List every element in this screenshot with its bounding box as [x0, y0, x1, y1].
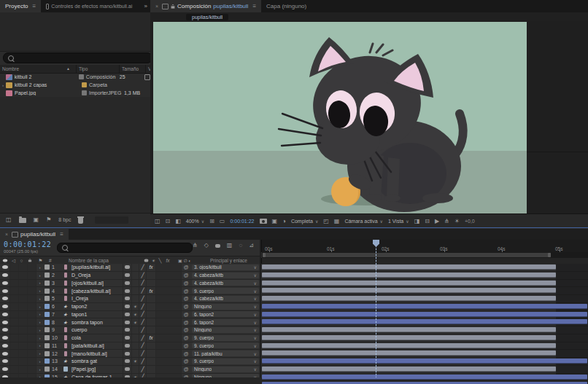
pick-whip-icon[interactable]: @	[182, 311, 190, 318]
collapse-toggle[interactable]	[132, 295, 139, 302]
solo-toggle[interactable]	[19, 272, 28, 279]
expander-icon[interactable]: ›	[0, 83, 6, 87]
quality-toggle[interactable]: ╱	[139, 280, 147, 287]
fx-toggle[interactable]	[147, 311, 156, 318]
label-color-swatch[interactable]	[43, 366, 50, 373]
fx-toggle[interactable]	[147, 318, 156, 326]
quality-toggle[interactable]: ╱	[139, 334, 147, 342]
label-color-swatch[interactable]	[43, 358, 50, 365]
pick-whip-icon[interactable]: @	[182, 287, 190, 294]
pick-whip-icon[interactable]: @	[182, 272, 190, 279]
solo-toggle[interactable]	[19, 334, 28, 342]
visibility-toggle[interactable]	[0, 264, 10, 271]
audio-toggle[interactable]	[10, 326, 19, 334]
visibility-toggle[interactable]	[0, 318, 10, 326]
layer-duration-bar[interactable]	[262, 296, 556, 301]
vr-icon[interactable]: ◨	[414, 219, 420, 224]
time-ruler[interactable]: 00s01s02s03s04s05s	[261, 240, 588, 252]
lock-icon[interactable]	[171, 6, 175, 8]
layer-track[interactable]	[260, 311, 588, 318]
pick-whip-icon[interactable]: @	[182, 326, 190, 334]
interpret-footage-icon[interactable]: ◫	[6, 217, 12, 223]
layer-name[interactable]: tapon1	[69, 311, 123, 318]
label-color-swatch[interactable]	[43, 311, 50, 318]
shy-toggle[interactable]	[123, 318, 132, 326]
collapse-toggle[interactable]	[132, 272, 139, 279]
solo-toggle[interactable]	[19, 318, 28, 326]
visibility-toggle[interactable]	[0, 311, 10, 318]
fx-toggle[interactable]: fx	[147, 264, 156, 271]
shy-toggle[interactable]	[123, 334, 132, 342]
visibility-toggle[interactable]	[0, 280, 10, 287]
shy-toggle[interactable]	[123, 264, 132, 271]
visibility-toggle[interactable]	[0, 303, 10, 310]
expander-icon[interactable]: ›	[36, 318, 43, 326]
exposure-value[interactable]: +0,0	[465, 219, 475, 224]
solo-toggle[interactable]	[19, 311, 28, 318]
label-color-swatch[interactable]	[43, 334, 50, 342]
layer-name[interactable]: cuerpo	[69, 326, 123, 334]
audio-toggle[interactable]	[10, 303, 19, 310]
layer-row[interactable]: ›4[cabeza/kitbull.ai]╱fx@9. cuerpo∨	[0, 287, 588, 295]
layer-row[interactable]: ›1[pupilas/kitbull.ai]╱fx@3. ojos/kitbul…	[0, 264, 588, 272]
fx-toggle[interactable]	[147, 272, 156, 279]
mini-flowchart-icon[interactable]: ⋔	[193, 243, 198, 248]
label-color-swatch[interactable]	[43, 295, 50, 302]
layer-duration-bar[interactable]	[262, 343, 556, 348]
layer-name[interactable]: tapon2	[69, 303, 123, 310]
panel-menu-icon[interactable]: ≡	[60, 231, 63, 238]
quality-toggle[interactable]: ╱	[139, 358, 147, 365]
lock-toggle[interactable]	[28, 342, 36, 350]
always-preview-icon[interactable]: ◫	[155, 219, 160, 224]
visibility-toggle[interactable]	[0, 326, 10, 334]
audio-toggle[interactable]	[10, 264, 19, 271]
quality-toggle[interactable]: ╱	[139, 326, 147, 334]
pick-whip-icon[interactable]: @	[182, 264, 190, 271]
collapse-toggle[interactable]	[132, 334, 139, 342]
fast-previews-icon[interactable]: ▶	[435, 219, 439, 224]
expander-icon[interactable]: ›	[36, 350, 43, 357]
layer-row[interactable]: ›13★sombra gat☀╱@9. cuerpo∨	[0, 358, 588, 366]
frame-blend-icon[interactable]: ▥	[227, 243, 233, 248]
shy-toggle[interactable]	[123, 295, 132, 302]
breadcrumb[interactable]: pupilas/kitbull	[186, 14, 228, 20]
lock-toggle[interactable]	[28, 287, 36, 294]
exposure-icon[interactable]: ☀	[454, 219, 460, 224]
label-color-swatch[interactable]	[43, 342, 50, 350]
shy-toggle[interactable]	[123, 280, 132, 287]
lock-toggle[interactable]	[28, 366, 36, 373]
quality-toggle[interactable]: ╱	[139, 303, 147, 310]
solo-toggle[interactable]	[19, 264, 28, 271]
fx-toggle[interactable]	[147, 326, 156, 334]
layer-name[interactable]: [pata/kitbull.ai]	[69, 342, 123, 350]
layer-track[interactable]	[260, 280, 588, 287]
layer-track[interactable]	[260, 366, 588, 373]
col-nombre[interactable]: Nombre	[0, 66, 66, 71]
audio-toggle[interactable]	[10, 342, 19, 350]
layer-duration-bar[interactable]	[262, 288, 556, 293]
panel-menu-icon[interactable]: ≡	[33, 3, 36, 9]
quality-toggle[interactable]: ╱	[139, 264, 147, 271]
label-color-swatch[interactable]	[43, 318, 50, 326]
adjust-icon[interactable]: ⚑	[46, 217, 51, 223]
label-color-swatch[interactable]	[43, 350, 50, 357]
layer-name[interactable]: D_Oreja	[69, 272, 123, 279]
pick-whip-icon[interactable]: @	[182, 366, 190, 373]
lock-toggle[interactable]	[28, 326, 36, 334]
audio-toggle[interactable]	[10, 280, 19, 287]
expander-icon[interactable]: ›	[36, 295, 43, 302]
expander-icon[interactable]: ›	[36, 311, 43, 318]
lock-toggle[interactable]	[28, 303, 36, 310]
layer-duration-bar[interactable]	[262, 358, 587, 364]
audio-toggle[interactable]	[10, 358, 19, 365]
audio-toggle[interactable]	[10, 350, 19, 357]
parent-dropdown[interactable]: 9. cuerpo∨	[192, 342, 259, 348]
collapse-toggle[interactable]	[132, 350, 139, 357]
layer-track[interactable]	[260, 303, 588, 310]
video-preview-icon[interactable]: ◧	[175, 219, 181, 224]
layer-row[interactable]: ›3[ojos/kitbull.ai]╱@4. cabeza/kitb∨	[0, 280, 588, 288]
playhead[interactable]	[376, 240, 376, 377]
mask-visibility-icon[interactable]: ▭	[220, 219, 225, 224]
layer-duration-bar[interactable]	[262, 335, 556, 340]
fx-toggle[interactable]	[147, 366, 156, 373]
